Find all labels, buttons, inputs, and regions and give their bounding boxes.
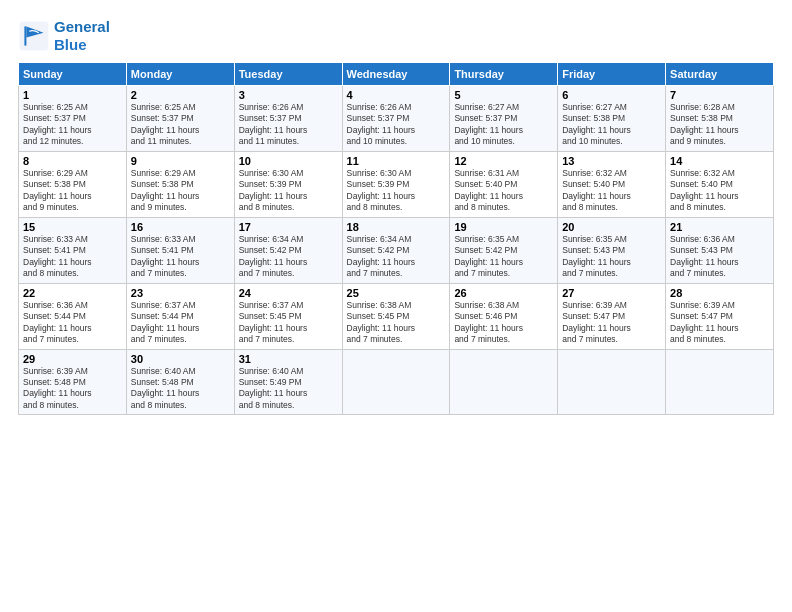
page: General Blue SundayMondayTuesdayWednesda…: [0, 0, 792, 612]
day-number: 24: [239, 287, 338, 299]
calendar-cell: 25Sunrise: 6:38 AM Sunset: 5:45 PM Dayli…: [342, 283, 450, 349]
day-detail: Sunrise: 6:40 AM Sunset: 5:49 PM Dayligh…: [239, 366, 338, 412]
calendar-cell: 11Sunrise: 6:30 AM Sunset: 5:39 PM Dayli…: [342, 151, 450, 217]
day-detail: Sunrise: 6:38 AM Sunset: 5:46 PM Dayligh…: [454, 300, 553, 346]
calendar-header-friday: Friday: [558, 63, 666, 86]
calendar-cell: 6Sunrise: 6:27 AM Sunset: 5:38 PM Daylig…: [558, 86, 666, 152]
day-detail: Sunrise: 6:34 AM Sunset: 5:42 PM Dayligh…: [239, 234, 338, 280]
calendar-cell: 2Sunrise: 6:25 AM Sunset: 5:37 PM Daylig…: [126, 86, 234, 152]
day-number: 5: [454, 89, 553, 101]
calendar-cell: 28Sunrise: 6:39 AM Sunset: 5:47 PM Dayli…: [666, 283, 774, 349]
day-detail: Sunrise: 6:26 AM Sunset: 5:37 PM Dayligh…: [239, 102, 338, 148]
day-detail: Sunrise: 6:39 AM Sunset: 5:47 PM Dayligh…: [562, 300, 661, 346]
day-number: 22: [23, 287, 122, 299]
svg-rect-1: [24, 26, 26, 45]
day-number: 18: [347, 221, 446, 233]
day-detail: Sunrise: 6:27 AM Sunset: 5:38 PM Dayligh…: [562, 102, 661, 148]
day-detail: Sunrise: 6:36 AM Sunset: 5:44 PM Dayligh…: [23, 300, 122, 346]
logo-text: General Blue: [54, 18, 110, 54]
day-detail: Sunrise: 6:37 AM Sunset: 5:45 PM Dayligh…: [239, 300, 338, 346]
calendar-cell: [666, 349, 774, 415]
calendar-header-thursday: Thursday: [450, 63, 558, 86]
calendar-cell: 3Sunrise: 6:26 AM Sunset: 5:37 PM Daylig…: [234, 86, 342, 152]
day-detail: Sunrise: 6:39 AM Sunset: 5:47 PM Dayligh…: [670, 300, 769, 346]
calendar-week-1: 1Sunrise: 6:25 AM Sunset: 5:37 PM Daylig…: [19, 86, 774, 152]
calendar-cell: 18Sunrise: 6:34 AM Sunset: 5:42 PM Dayli…: [342, 217, 450, 283]
calendar-cell: 5Sunrise: 6:27 AM Sunset: 5:37 PM Daylig…: [450, 86, 558, 152]
day-detail: Sunrise: 6:25 AM Sunset: 5:37 PM Dayligh…: [23, 102, 122, 148]
calendar-header-row: SundayMondayTuesdayWednesdayThursdayFrid…: [19, 63, 774, 86]
day-number: 13: [562, 155, 661, 167]
day-number: 25: [347, 287, 446, 299]
calendar-cell: 7Sunrise: 6:28 AM Sunset: 5:38 PM Daylig…: [666, 86, 774, 152]
day-detail: Sunrise: 6:35 AM Sunset: 5:42 PM Dayligh…: [454, 234, 553, 280]
day-number: 30: [131, 353, 230, 365]
day-detail: Sunrise: 6:35 AM Sunset: 5:43 PM Dayligh…: [562, 234, 661, 280]
logo-icon: [18, 20, 50, 52]
day-number: 21: [670, 221, 769, 233]
calendar-cell: 20Sunrise: 6:35 AM Sunset: 5:43 PM Dayli…: [558, 217, 666, 283]
day-number: 11: [347, 155, 446, 167]
calendar-cell: 12Sunrise: 6:31 AM Sunset: 5:40 PM Dayli…: [450, 151, 558, 217]
day-detail: Sunrise: 6:29 AM Sunset: 5:38 PM Dayligh…: [131, 168, 230, 214]
calendar-header-monday: Monday: [126, 63, 234, 86]
day-detail: Sunrise: 6:29 AM Sunset: 5:38 PM Dayligh…: [23, 168, 122, 214]
day-number: 29: [23, 353, 122, 365]
day-number: 26: [454, 287, 553, 299]
calendar-week-2: 8Sunrise: 6:29 AM Sunset: 5:38 PM Daylig…: [19, 151, 774, 217]
day-number: 2: [131, 89, 230, 101]
logo: General Blue: [18, 18, 110, 54]
day-number: 7: [670, 89, 769, 101]
day-detail: Sunrise: 6:38 AM Sunset: 5:45 PM Dayligh…: [347, 300, 446, 346]
day-detail: Sunrise: 6:36 AM Sunset: 5:43 PM Dayligh…: [670, 234, 769, 280]
calendar-cell: 4Sunrise: 6:26 AM Sunset: 5:37 PM Daylig…: [342, 86, 450, 152]
day-detail: Sunrise: 6:32 AM Sunset: 5:40 PM Dayligh…: [562, 168, 661, 214]
day-number: 14: [670, 155, 769, 167]
calendar-cell: 24Sunrise: 6:37 AM Sunset: 5:45 PM Dayli…: [234, 283, 342, 349]
day-number: 19: [454, 221, 553, 233]
day-number: 4: [347, 89, 446, 101]
calendar-cell: 30Sunrise: 6:40 AM Sunset: 5:48 PM Dayli…: [126, 349, 234, 415]
calendar-week-4: 22Sunrise: 6:36 AM Sunset: 5:44 PM Dayli…: [19, 283, 774, 349]
day-number: 8: [23, 155, 122, 167]
day-detail: Sunrise: 6:30 AM Sunset: 5:39 PM Dayligh…: [239, 168, 338, 214]
day-number: 9: [131, 155, 230, 167]
calendar-cell: 21Sunrise: 6:36 AM Sunset: 5:43 PM Dayli…: [666, 217, 774, 283]
calendar-header-sunday: Sunday: [19, 63, 127, 86]
day-detail: Sunrise: 6:40 AM Sunset: 5:48 PM Dayligh…: [131, 366, 230, 412]
day-number: 3: [239, 89, 338, 101]
calendar-cell: 9Sunrise: 6:29 AM Sunset: 5:38 PM Daylig…: [126, 151, 234, 217]
day-detail: Sunrise: 6:26 AM Sunset: 5:37 PM Dayligh…: [347, 102, 446, 148]
svg-rect-0: [20, 22, 49, 51]
day-number: 17: [239, 221, 338, 233]
day-detail: Sunrise: 6:34 AM Sunset: 5:42 PM Dayligh…: [347, 234, 446, 280]
calendar-cell: 1Sunrise: 6:25 AM Sunset: 5:37 PM Daylig…: [19, 86, 127, 152]
day-detail: Sunrise: 6:28 AM Sunset: 5:38 PM Dayligh…: [670, 102, 769, 148]
calendar-cell: 8Sunrise: 6:29 AM Sunset: 5:38 PM Daylig…: [19, 151, 127, 217]
calendar-cell: [450, 349, 558, 415]
calendar-cell: 22Sunrise: 6:36 AM Sunset: 5:44 PM Dayli…: [19, 283, 127, 349]
calendar-cell: 26Sunrise: 6:38 AM Sunset: 5:46 PM Dayli…: [450, 283, 558, 349]
day-detail: Sunrise: 6:33 AM Sunset: 5:41 PM Dayligh…: [131, 234, 230, 280]
calendar-cell: 31Sunrise: 6:40 AM Sunset: 5:49 PM Dayli…: [234, 349, 342, 415]
calendar-table: SundayMondayTuesdayWednesdayThursdayFrid…: [18, 62, 774, 415]
calendar-cell: 14Sunrise: 6:32 AM Sunset: 5:40 PM Dayli…: [666, 151, 774, 217]
day-detail: Sunrise: 6:32 AM Sunset: 5:40 PM Dayligh…: [670, 168, 769, 214]
calendar-cell: [342, 349, 450, 415]
day-number: 31: [239, 353, 338, 365]
calendar-cell: [558, 349, 666, 415]
day-number: 23: [131, 287, 230, 299]
calendar-header-tuesday: Tuesday: [234, 63, 342, 86]
calendar-cell: 13Sunrise: 6:32 AM Sunset: 5:40 PM Dayli…: [558, 151, 666, 217]
calendar-week-5: 29Sunrise: 6:39 AM Sunset: 5:48 PM Dayli…: [19, 349, 774, 415]
day-number: 28: [670, 287, 769, 299]
calendar-cell: 16Sunrise: 6:33 AM Sunset: 5:41 PM Dayli…: [126, 217, 234, 283]
day-number: 1: [23, 89, 122, 101]
calendar-cell: 27Sunrise: 6:39 AM Sunset: 5:47 PM Dayli…: [558, 283, 666, 349]
day-number: 16: [131, 221, 230, 233]
day-number: 27: [562, 287, 661, 299]
day-number: 10: [239, 155, 338, 167]
calendar-week-3: 15Sunrise: 6:33 AM Sunset: 5:41 PM Dayli…: [19, 217, 774, 283]
day-detail: Sunrise: 6:27 AM Sunset: 5:37 PM Dayligh…: [454, 102, 553, 148]
day-number: 20: [562, 221, 661, 233]
